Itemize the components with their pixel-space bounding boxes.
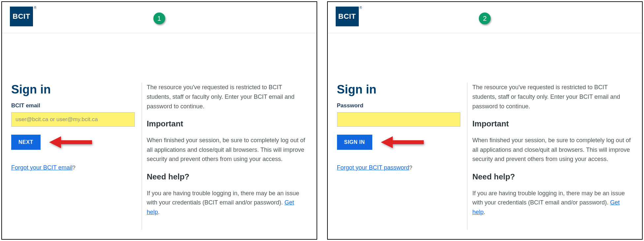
qmark: ? (73, 165, 76, 171)
forgot-row: Forgot your BCIT email? (11, 164, 135, 171)
password-label: Password (337, 102, 461, 109)
next-button[interactable]: NEXT (11, 135, 41, 150)
step-badge-1: 1 (153, 13, 165, 24)
registered-mark: ® (359, 6, 362, 10)
help-pre: If you are having trouble logging in, th… (147, 190, 299, 206)
help-text: If you are having trouble logging in, th… (147, 189, 307, 217)
signin-title: Sign in (337, 83, 461, 96)
panel-body: Sign in BCIT email NEXT Forgot your BCIT… (2, 33, 317, 239)
logo-wrap: BCIT ® (336, 7, 359, 26)
important-text: When finished your session, be sure to c… (147, 136, 307, 164)
info-intro: The resource you've requested is restric… (147, 83, 307, 111)
signin-form-column: Sign in BCIT email NEXT Forgot your BCIT… (11, 83, 141, 230)
step-badge-2: 2 (479, 13, 491, 24)
qmark: ? (409, 165, 412, 171)
signin-title: Sign in (11, 83, 135, 96)
help-text: If you are having trouble logging in, th… (472, 189, 633, 217)
logo-wrap: BCIT ® (10, 7, 33, 26)
signin-step-1-panel: BCIT ® 1 Sign in BCIT email NEXT Forgot … (1, 1, 317, 240)
important-heading: Important (472, 118, 633, 130)
panel-header: BCIT ® 1 (2, 2, 317, 33)
signin-step-2-panel: BCIT ® 2 Sign in Password SIGN IN Forgot… (327, 1, 643, 240)
info-column: The resource you've requested is restric… (467, 83, 633, 230)
arrow-annotation-icon (381, 138, 424, 147)
help-post: . (483, 209, 485, 215)
email-label: BCIT email (11, 102, 135, 109)
button-row: SIGN IN (337, 135, 461, 150)
important-heading: Important (147, 118, 307, 130)
help-pre: If you are having trouble logging in, th… (472, 190, 625, 206)
registered-mark: ® (34, 6, 36, 10)
arrow-annotation-icon (49, 138, 92, 147)
important-text: When finished your session, be sure to c… (472, 136, 633, 164)
forgot-email-link[interactable]: Forgot your BCIT email (11, 164, 73, 171)
info-column: The resource you've requested is restric… (141, 83, 307, 230)
button-row: NEXT (11, 135, 135, 150)
signin-button[interactable]: SIGN IN (337, 135, 372, 150)
help-post: . (158, 209, 160, 215)
forgot-row: Forgot your BCIT password? (337, 164, 461, 171)
info-intro: The resource you've requested is restric… (472, 83, 633, 111)
forgot-password-link[interactable]: Forgot your BCIT password (337, 164, 410, 171)
panel-body: Sign in Password SIGN IN Forgot your BCI… (328, 33, 642, 239)
panel-header: BCIT ® 2 (328, 2, 642, 33)
bcit-logo: BCIT (10, 7, 33, 26)
email-input[interactable] (11, 112, 135, 127)
signin-form-column: Sign in Password SIGN IN Forgot your BCI… (337, 83, 467, 230)
help-heading: Need help? (472, 171, 633, 183)
help-heading: Need help? (147, 171, 307, 183)
bcit-logo: BCIT (336, 7, 359, 26)
password-input[interactable] (337, 112, 461, 127)
